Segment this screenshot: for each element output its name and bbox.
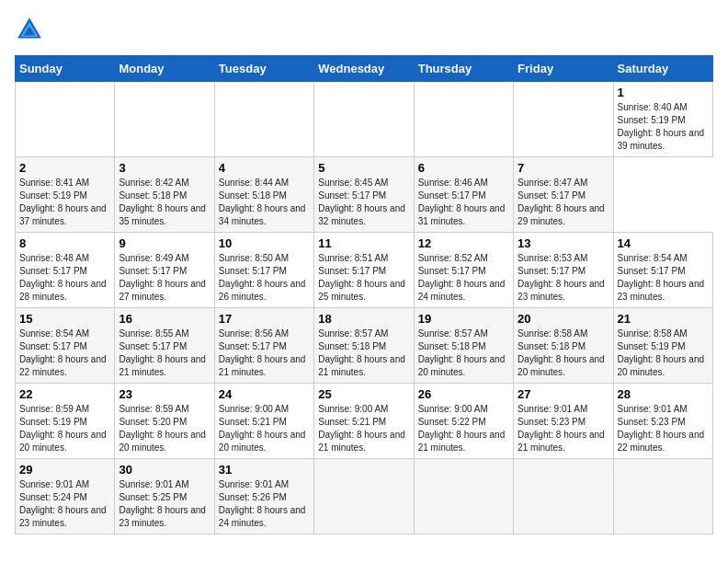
day-number: 9 xyxy=(119,236,210,250)
day-number: 31 xyxy=(219,463,310,477)
weekday-header-friday: Friday xyxy=(514,56,613,82)
cell-info: Sunrise: 8:42 AMSunset: 5:18 PMDaylight:… xyxy=(119,178,206,226)
calendar-day-cell: 16Sunrise: 8:55 AMSunset: 5:17 PMDayligh… xyxy=(115,308,214,384)
empty-cell xyxy=(214,82,313,157)
empty-cell xyxy=(314,82,414,157)
day-number: 26 xyxy=(418,387,509,401)
logo-icon xyxy=(15,15,44,44)
calendar-day-cell: 13Sunrise: 8:53 AMSunset: 5:17 PMDayligh… xyxy=(514,233,613,308)
calendar-day-cell: 23Sunrise: 8:59 AMSunset: 5:20 PMDayligh… xyxy=(115,384,214,459)
calendar-day-cell: 9Sunrise: 8:49 AMSunset: 5:17 PMDaylight… xyxy=(115,233,214,308)
cell-info: Sunrise: 8:54 AMSunset: 5:17 PMDaylight:… xyxy=(618,253,705,302)
weekday-header-sunday: Sunday xyxy=(16,56,115,82)
empty-cell xyxy=(16,82,115,157)
cell-info: Sunrise: 9:01 AMSunset: 5:24 PMDaylight:… xyxy=(19,479,107,528)
day-number: 19 xyxy=(418,312,509,326)
day-number: 10 xyxy=(219,236,310,250)
calendar-day-cell: 18Sunrise: 8:57 AMSunset: 5:18 PMDayligh… xyxy=(314,308,414,384)
calendar-day-cell: 8Sunrise: 8:48 AMSunset: 5:17 PMDaylight… xyxy=(16,233,115,308)
empty-cell xyxy=(514,82,613,157)
cell-info: Sunrise: 8:41 AMSunset: 5:19 PMDaylight:… xyxy=(19,178,107,226)
calendar-day-cell: 12Sunrise: 8:52 AMSunset: 5:17 PMDayligh… xyxy=(414,233,513,308)
day-number: 30 xyxy=(119,463,210,477)
calendar-week-row: 8Sunrise: 8:48 AMSunset: 5:17 PMDaylight… xyxy=(16,233,713,308)
calendar-day-cell: 27Sunrise: 9:01 AMSunset: 5:23 PMDayligh… xyxy=(514,384,613,459)
calendar-day-cell: 6Sunrise: 8:46 AMSunset: 5:17 PMDaylight… xyxy=(414,157,513,233)
calendar-day-cell: 2Sunrise: 8:41 AMSunset: 5:19 PMDaylight… xyxy=(16,157,115,233)
day-number: 16 xyxy=(119,312,210,326)
cell-info: Sunrise: 8:48 AMSunset: 5:17 PMDaylight:… xyxy=(19,253,107,302)
cell-info: Sunrise: 8:50 AMSunset: 5:17 PMDaylight:… xyxy=(219,253,306,302)
cell-info: Sunrise: 9:00 AMSunset: 5:21 PMDaylight:… xyxy=(318,404,405,453)
calendar-day-cell: 7Sunrise: 8:47 AMSunset: 5:17 PMDaylight… xyxy=(514,157,613,233)
calendar-day-cell xyxy=(314,459,414,534)
calendar-day-cell: 26Sunrise: 9:00 AMSunset: 5:22 PMDayligh… xyxy=(414,384,513,459)
day-number: 27 xyxy=(518,387,609,401)
calendar-day-cell: 4Sunrise: 8:44 AMSunset: 5:18 PMDaylight… xyxy=(214,157,313,233)
calendar-day-cell: 31Sunrise: 9:01 AMSunset: 5:26 PMDayligh… xyxy=(214,459,313,534)
calendar-day-cell xyxy=(514,459,613,534)
cell-info: Sunrise: 8:59 AMSunset: 5:20 PMDaylight:… xyxy=(119,404,206,453)
calendar-week-row: 22Sunrise: 8:59 AMSunset: 5:19 PMDayligh… xyxy=(16,384,713,459)
day-number: 22 xyxy=(19,387,110,401)
sunrise-text: Sunrise: 8:40 AMSunset: 5:19 PMDaylight:… xyxy=(618,102,705,151)
cell-info: Sunrise: 9:01 AMSunset: 5:23 PMDaylight:… xyxy=(618,404,705,453)
calendar-day-cell: 30Sunrise: 9:01 AMSunset: 5:25 PMDayligh… xyxy=(115,459,214,534)
day-number: 3 xyxy=(119,161,210,175)
day-number: 21 xyxy=(618,312,709,326)
cell-info: Sunrise: 8:44 AMSunset: 5:18 PMDaylight:… xyxy=(219,178,306,226)
calendar-week-row: 29Sunrise: 9:01 AMSunset: 5:24 PMDayligh… xyxy=(16,459,713,534)
cell-info: Sunrise: 9:01 AMSunset: 5:26 PMDaylight:… xyxy=(219,479,306,528)
calendar-table: SundayMondayTuesdayWednesdayThursdayFrid… xyxy=(15,55,713,534)
cell-info: Sunrise: 8:57 AMSunset: 5:18 PMDaylight:… xyxy=(418,328,506,377)
day-number: 14 xyxy=(618,236,709,250)
day-number: 25 xyxy=(318,387,409,401)
calendar-day-cell: 29Sunrise: 9:01 AMSunset: 5:24 PMDayligh… xyxy=(16,459,115,534)
day-number: 23 xyxy=(119,387,210,401)
day-number: 15 xyxy=(19,312,110,326)
day-number: 1 xyxy=(618,86,709,99)
day-number: 11 xyxy=(318,236,409,250)
cell-info: Sunrise: 9:00 AMSunset: 5:22 PMDaylight:… xyxy=(418,404,506,453)
calendar-week-row: 2Sunrise: 8:41 AMSunset: 5:19 PMDaylight… xyxy=(16,157,713,233)
cell-info: Sunrise: 9:00 AMSunset: 5:21 PMDaylight:… xyxy=(219,404,306,453)
weekday-header-wednesday: Wednesday xyxy=(314,56,414,82)
weekday-header-thursday: Thursday xyxy=(414,56,513,82)
day-number: 6 xyxy=(418,161,509,175)
calendar-day-cell xyxy=(414,459,513,534)
calendar-day-cell: 17Sunrise: 8:56 AMSunset: 5:17 PMDayligh… xyxy=(214,308,313,384)
cell-info: Sunrise: 8:57 AMSunset: 5:18 PMDaylight:… xyxy=(318,328,405,377)
cell-info: Sunrise: 8:46 AMSunset: 5:17 PMDaylight:… xyxy=(418,178,506,226)
cell-info: Sunrise: 8:56 AMSunset: 5:17 PMDaylight:… xyxy=(219,328,306,377)
cell-info: Sunrise: 8:53 AMSunset: 5:17 PMDaylight:… xyxy=(518,253,605,302)
day-number: 12 xyxy=(418,236,509,250)
cell-info: Sunrise: 8:54 AMSunset: 5:17 PMDaylight:… xyxy=(19,328,107,377)
cell-info: Sunrise: 9:01 AMSunset: 5:25 PMDaylight:… xyxy=(119,479,206,528)
cell-info: Sunrise: 8:49 AMSunset: 5:17 PMDaylight:… xyxy=(119,253,206,302)
empty-cell xyxy=(414,82,513,157)
calendar-day-cell: 1Sunrise: 8:40 AMSunset: 5:19 PMDaylight… xyxy=(613,82,712,157)
day-number: 13 xyxy=(518,236,609,250)
cell-info: Sunrise: 8:59 AMSunset: 5:19 PMDaylight:… xyxy=(19,404,107,453)
day-number: 24 xyxy=(219,387,310,401)
cell-info: Sunrise: 8:58 AMSunset: 5:18 PMDaylight:… xyxy=(518,328,605,377)
calendar-day-cell: 11Sunrise: 8:51 AMSunset: 5:17 PMDayligh… xyxy=(314,233,414,308)
calendar-day-cell: 28Sunrise: 9:01 AMSunset: 5:23 PMDayligh… xyxy=(613,384,712,459)
cell-info: Sunrise: 8:51 AMSunset: 5:17 PMDaylight:… xyxy=(318,253,405,302)
cell-info: Sunrise: 8:47 AMSunset: 5:17 PMDaylight:… xyxy=(518,178,605,226)
calendar-day-cell xyxy=(613,459,712,534)
weekday-header-tuesday: Tuesday xyxy=(214,56,313,82)
calendar-day-cell: 20Sunrise: 8:58 AMSunset: 5:18 PMDayligh… xyxy=(514,308,613,384)
calendar-day-cell: 25Sunrise: 9:00 AMSunset: 5:21 PMDayligh… xyxy=(314,384,414,459)
weekday-header-row: SundayMondayTuesdayWednesdayThursdayFrid… xyxy=(16,56,713,82)
day-number: 2 xyxy=(19,161,110,175)
calendar-day-cell: 24Sunrise: 9:00 AMSunset: 5:21 PMDayligh… xyxy=(214,384,313,459)
day-number: 4 xyxy=(219,161,310,175)
cell-info: Sunrise: 8:58 AMSunset: 5:19 PMDaylight:… xyxy=(618,328,705,377)
day-number: 18 xyxy=(318,312,409,326)
cell-info: Sunrise: 8:55 AMSunset: 5:17 PMDaylight:… xyxy=(119,328,206,377)
cell-info: Sunrise: 8:52 AMSunset: 5:17 PMDaylight:… xyxy=(418,253,506,302)
day-number: 20 xyxy=(518,312,609,326)
day-number: 7 xyxy=(518,161,609,175)
empty-cell xyxy=(115,82,214,157)
